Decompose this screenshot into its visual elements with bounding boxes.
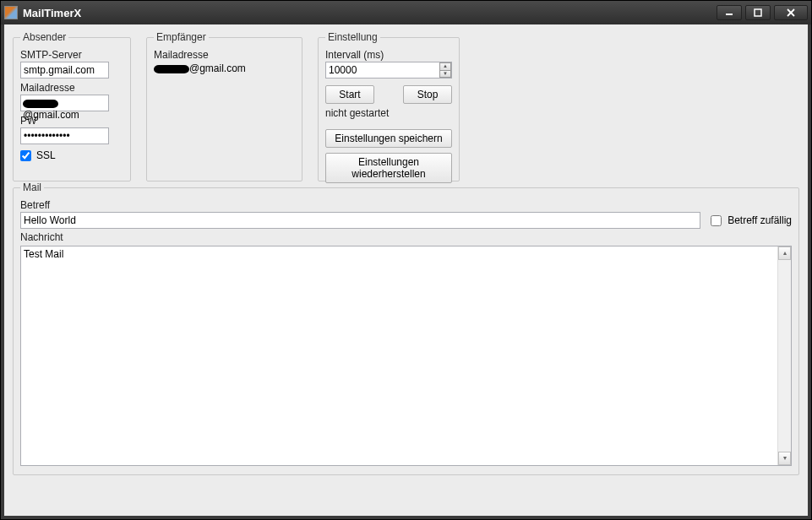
close-button[interactable] — [774, 5, 808, 20]
stop-button[interactable]: Stop — [403, 85, 452, 104]
interval-spinner[interactable]: ▲ ▼ — [439, 62, 451, 78]
sender-group: Absender SMTP-Server Mailadresse @gmail.… — [13, 31, 131, 181]
minimize-button[interactable] — [717, 5, 742, 20]
scroll-up-icon[interactable]: ▴ — [778, 246, 791, 260]
start-button[interactable]: Start — [325, 85, 374, 104]
spinner-down-icon[interactable]: ▼ — [439, 70, 451, 79]
subject-input[interactable] — [20, 212, 700, 229]
subject-label: Betreff — [20, 199, 792, 211]
recipient-mail-label: Mailadresse — [154, 49, 295, 61]
restore-settings-button[interactable]: Einstellungen wiederherstellen — [325, 153, 452, 183]
client-area: Absender SMTP-Server Mailadresse @gmail.… — [1, 24, 811, 519]
interval-label: Intervall (ms) — [325, 49, 452, 61]
titlebar[interactable]: MailTimerX — [1, 1, 811, 24]
message-label: Nachricht — [20, 231, 792, 243]
ssl-checkbox[interactable] — [20, 150, 31, 161]
recipient-legend: Empfänger — [154, 31, 209, 43]
pw-label: PW — [20, 115, 123, 127]
interval-input[interactable] — [325, 62, 452, 79]
svg-rect-1 — [755, 9, 761, 16]
message-textarea[interactable] — [21, 246, 777, 465]
recipient-mail-value: @gmail.com — [154, 62, 295, 74]
ssl-label: SSL — [36, 149, 56, 161]
sender-mail-label: Mailadresse — [20, 82, 123, 94]
save-settings-button[interactable]: Einstellungen speichern — [325, 129, 452, 148]
mail-group: Mail Betreff Betreff zufällig Nachricht … — [13, 181, 799, 475]
message-scrollbar[interactable]: ▴ ▾ — [777, 246, 791, 465]
window-title: MailTimerX — [23, 7, 717, 19]
recipient-mail-suffix: @gmail.com — [189, 62, 246, 74]
sender-legend: Absender — [20, 31, 68, 43]
status-text: nicht gestartet — [325, 107, 452, 119]
subject-random-checkbox[interactable] — [711, 215, 722, 226]
maximize-button[interactable] — [745, 5, 771, 20]
subject-random-wrap[interactable]: Betreff zufällig — [707, 213, 792, 229]
recipient-mail-redacted — [154, 65, 189, 73]
app-window: MailTimerX Absender SMTP-Server Mailadre… — [0, 0, 812, 520]
settings-legend: Einstellung — [325, 31, 380, 43]
app-icon — [4, 6, 18, 19]
recipient-group: Empfänger Mailadresse @gmail.com — [146, 31, 302, 181]
spinner-up-icon[interactable]: ▲ — [439, 62, 451, 70]
sender-mail-input[interactable] — [20, 95, 109, 111]
smtp-label: SMTP-Server — [20, 49, 123, 61]
mail-legend: Mail — [20, 181, 44, 193]
scroll-down-icon[interactable]: ▾ — [778, 452, 791, 465]
settings-group: Einstellung Intervall (ms) ▲ ▼ Start Sto… — [318, 31, 460, 181]
pw-input[interactable] — [20, 127, 109, 144]
smtp-input[interactable] — [20, 62, 109, 79]
subject-random-label: Betreff zufällig — [728, 214, 792, 226]
